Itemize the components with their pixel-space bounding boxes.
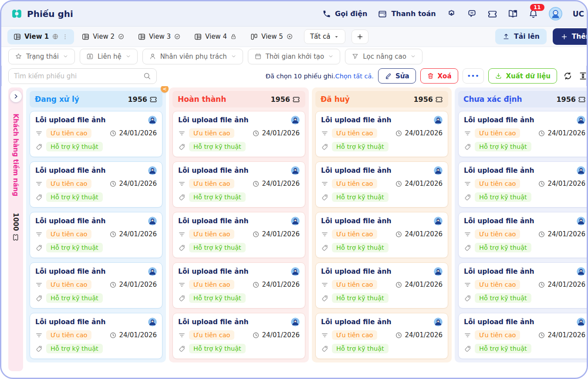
call-button[interactable]: Gọi điện [322, 10, 367, 18]
check-circle-icon [174, 33, 181, 40]
tag-icon [35, 244, 43, 252]
ticket-card[interactable]: Lỗi upload file ảnh Ưu tiên cao 24/01/20… [30, 313, 162, 359]
caret-down-icon [334, 34, 339, 40]
tab-view-4[interactable]: View 4 [188, 29, 243, 44]
assignee-avatar[interactable] [148, 318, 157, 326]
ticket-card[interactable]: Lỗi upload file ảnh Ưu tiên cao 24/01/20… [30, 262, 162, 309]
add-ticket-button[interactable]: Thêm [553, 28, 588, 45]
filter-created-time[interactable]: Thời gian khởi tạo [248, 49, 341, 64]
assignee-avatar[interactable] [291, 116, 300, 124]
ticket-card[interactable]: Lỗi upload file ảnh Ưu tiên cao 24/01/20… [30, 161, 162, 208]
assignee-avatar[interactable] [434, 217, 443, 225]
ticket-card[interactable]: Lỗi upload file ảnh Ưu tiên cao 24/01/20… [458, 212, 587, 258]
clock-icon [395, 281, 402, 288]
ticket-card[interactable]: Lỗi upload file ảnh Ưu tiên cao 24/01/20… [315, 161, 448, 208]
due-date: 24/01/2026 [395, 129, 443, 137]
ticket-card[interactable]: Lỗi upload file ảnh Ưu tiên cao 24/01/20… [172, 212, 305, 258]
ticket-card[interactable]: Lỗi upload file ảnh Ưu tiên cao 24/01/20… [315, 262, 448, 309]
card-title: Lỗi upload file ảnh [178, 116, 249, 124]
assignee-avatar[interactable] [148, 267, 157, 276]
priority-icon [35, 281, 43, 288]
ticket-card[interactable]: Lỗi upload file ảnh Ưu tiên cao 24/01/20… [458, 313, 587, 359]
card-title: Lỗi upload file ảnh [35, 268, 106, 275]
column-header[interactable]: Chưa xác định 1956 [458, 91, 587, 107]
assignee-avatar[interactable] [577, 166, 585, 175]
person-icon [149, 53, 156, 60]
expand-panel-button[interactable] [10, 91, 22, 102]
export-button[interactable]: Xuất dữ liệu [488, 68, 557, 84]
ticket-card[interactable]: Lỗi upload file ảnh Ưu tiên cao 24/01/20… [315, 111, 448, 157]
assignee-avatar[interactable] [577, 116, 585, 124]
view-scope-dropdown[interactable]: Tất cả [304, 29, 345, 44]
assignee-avatar[interactable] [148, 166, 157, 175]
assignee-avatar[interactable] [577, 267, 585, 276]
column-header[interactable]: Đang xử lý 1956 [30, 91, 162, 107]
notifications-icon[interactable]: 11 [528, 9, 538, 19]
tab-view-2[interactable]: View 2 [76, 29, 130, 44]
assignee-avatar[interactable] [434, 116, 443, 124]
kanban-column-dang-xu-ly: < Đang xử lý 1956 Lỗi upload file ảnh [26, 87, 166, 362]
book-icon[interactable] [508, 9, 518, 19]
due-date: 24/01/2026 [538, 180, 585, 188]
column-count: 1956 [413, 95, 443, 104]
column-header[interactable]: Hoàn thành 1956 [172, 91, 305, 107]
more-actions-button[interactable]: ••• [463, 68, 484, 84]
priority-tag: Ưu tiên cao [475, 179, 520, 188]
edit-button[interactable]: Sửa [378, 68, 416, 84]
ticket-card[interactable]: Lỗi upload file ảnh Ưu tiên cao 24/01/20… [172, 262, 305, 309]
assignee-avatar[interactable] [434, 166, 443, 175]
ticket-card[interactable]: Lỗi upload file ảnh Ưu tiên cao 24/01/20… [172, 161, 305, 208]
tab-view-3[interactable]: View 3 [132, 29, 186, 44]
delete-button[interactable]: Xoá [420, 68, 458, 84]
assignee-avatar[interactable] [577, 318, 585, 326]
filter-advanced[interactable]: Lọc nâng cao [345, 49, 422, 64]
card-title: Lỗi upload file ảnh [321, 318, 392, 326]
ticket-card[interactable]: Lỗi upload file ảnh Ưu tiên cao 24/01/20… [458, 161, 587, 208]
filter-status[interactable]: Trạng thái [8, 49, 75, 64]
assignee-avatar[interactable] [291, 318, 300, 326]
assignee-avatar[interactable] [148, 217, 157, 225]
assignee-avatar[interactable] [291, 217, 300, 225]
chat-icon[interactable] [467, 9, 477, 19]
select-all-link[interactable]: Chọn tất cả. [335, 73, 374, 80]
column-header[interactable]: Đã huỷ 1956 [315, 91, 448, 107]
user-avatar[interactable] [549, 7, 562, 20]
ticket-card[interactable]: Lỗi upload file ảnh Ưu tiên cao 24/01/20… [315, 212, 448, 258]
group-count: 1000 [12, 213, 20, 241]
assignee-avatar[interactable] [148, 116, 157, 124]
filter-assignee[interactable]: Nhân viên phụ trách [142, 49, 243, 64]
ticket-card[interactable]: Lỗi upload file ảnh Ưu tiên cao 24/01/20… [458, 111, 587, 157]
refresh-icon[interactable] [563, 71, 572, 80]
ticket-icon[interactable] [487, 9, 497, 19]
ticket-card[interactable]: Lỗi upload file ảnh Ưu tiên cao 24/01/20… [458, 262, 587, 309]
add-view-button[interactable] [351, 30, 368, 44]
card-title: Lỗi upload file ảnh [35, 116, 106, 124]
row-height-icon[interactable] [578, 71, 588, 80]
assignee-avatar[interactable] [291, 166, 300, 175]
notification-badge: 11 [530, 4, 544, 11]
assignee-avatar[interactable] [434, 318, 443, 326]
assignee-avatar[interactable] [434, 267, 443, 276]
priority-tag: Ưu tiên cao [189, 330, 234, 340]
upload-button[interactable]: Tải lên [495, 29, 547, 44]
category-tag: Hỗ trợ kỹ thuật [46, 142, 103, 151]
ticket-card[interactable]: Lỗi upload file ảnh Ưu tiên cao 24/01/20… [30, 111, 162, 157]
ticket-card[interactable]: Lỗi upload file ảnh Ưu tiên cao 24/01/20… [172, 313, 305, 359]
view-tabs-bar: View 1 View 2 View 3 View 4 View 5 Tất c… [1, 27, 587, 47]
filter-contact[interactable]: Liên hệ [80, 49, 138, 64]
due-date: 24/01/2026 [538, 129, 585, 137]
ticket-card[interactable]: Lỗi upload file ảnh Ưu tiên cao 24/01/20… [172, 111, 305, 157]
assignee-avatar[interactable] [577, 217, 585, 225]
payment-button[interactable]: Thanh toán [378, 9, 436, 19]
ticket-card[interactable]: Lỗi upload file ảnh Ưu tiên cao 24/01/20… [315, 313, 448, 359]
tag-icon [464, 244, 471, 252]
assignee-avatar[interactable] [291, 267, 300, 276]
tab-view-5[interactable]: View 5 [244, 29, 299, 44]
tag-icon [321, 244, 328, 252]
settings-icon[interactable] [446, 9, 456, 19]
collapse-column-button[interactable]: < [161, 86, 169, 93]
tab-view-1[interactable]: View 1 [7, 29, 74, 44]
search-input[interactable] [14, 72, 139, 80]
ticket-card[interactable]: Lỗi upload file ảnh Ưu tiên cao 24/01/20… [30, 212, 162, 258]
user-name[interactable]: UC [573, 10, 584, 18]
